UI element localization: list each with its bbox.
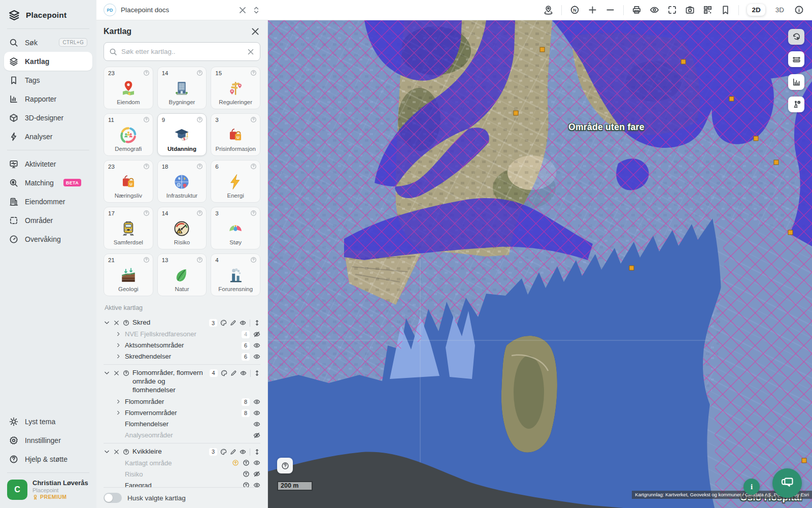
map-help-button[interactable] [277,458,293,473]
upload-circle-icon[interactable] [232,459,239,466]
sidebar-item-matching[interactable]: MatchingBETA [4,173,92,192]
sidebar-item-analyser[interactable]: Analyser [4,127,92,146]
camera-icon[interactable] [685,5,695,15]
help-circle-icon[interactable] [143,70,150,76]
bookmark-icon[interactable] [721,5,730,15]
map-tool-rotate-cursor[interactable] [788,29,804,45]
sidebar-item-eiendommer[interactable]: Eiendommer [4,192,92,211]
help-circle-icon[interactable] [123,370,129,376]
layer-sub-item[interactable]: Flomhendelser [104,419,260,430]
sidebar-item-rapporter[interactable]: Rapporter [4,89,92,108]
tab-close-icon[interactable] [238,6,247,15]
chevron-down-icon[interactable] [104,370,110,376]
help-circle-icon[interactable] [123,320,129,326]
category-card-bygninger[interactable]: 14Bygninger [157,67,207,109]
help-circle-icon[interactable] [143,210,150,216]
help-circle-icon[interactable] [250,70,257,76]
help-circle-icon[interactable] [196,116,203,123]
sidebar-item-aktiviteter[interactable]: Aktiviteter [4,154,92,173]
eye-off-icon[interactable] [253,470,260,478]
remove-layer-icon[interactable] [113,449,120,455]
sidebar-item-lyst-tema[interactable]: Lyst tema [4,412,92,431]
sidebar-item-overvaking[interactable]: Overvåking [4,230,92,248]
label-toggle-icon[interactable] [243,470,250,478]
eye-off-icon[interactable] [253,331,260,338]
remember-layers-toggle[interactable] [104,493,122,503]
layer-search-input[interactable] [121,48,243,55]
sidebar-item-innstillinger[interactable]: Innstillinger [4,431,92,450]
category-card-prisinformasjon[interactable]: 3UPrisinformasjon [211,113,260,156]
sidebar-item-kartlag[interactable]: Kartlag [4,52,92,71]
category-card-risiko[interactable]: 14Risiko [157,207,207,249]
view-3d-button[interactable]: 3D [773,4,786,16]
reorder-icon[interactable] [254,449,260,455]
map-tool-chart2[interactable] [788,74,804,90]
help-circle-icon[interactable] [123,449,129,455]
help-circle-icon[interactable] [250,210,257,216]
eye-icon[interactable] [240,370,247,376]
layer-sub-item[interactable]: Risiko [104,468,260,480]
chevron-right-icon[interactable] [116,331,121,337]
layer-sub-item[interactable]: Kartlagt område [104,457,260,468]
eye-icon[interactable] [253,342,260,349]
map-tool-measure[interactable] [788,51,804,67]
avatar[interactable]: C [7,480,27,500]
eye-icon[interactable] [240,449,246,455]
qr-icon[interactable] [703,5,713,15]
map-tool-walk-clock[interactable] [788,97,804,112]
view-2d-button[interactable]: 2D [747,4,765,16]
chevron-right-icon[interactable] [116,342,121,348]
category-card-demografi[interactable]: 11Demografi [104,113,153,156]
pencil-icon[interactable] [230,449,236,455]
category-card-eiendom[interactable]: 23Eiendom [104,67,153,109]
document-tab[interactable]: PD Placepoint docs [96,0,268,20]
sidebar-item-sok[interactable]: SøkCTRL+G [4,33,92,52]
fullscreen-icon[interactable] [667,5,677,15]
tab-collapse-icon[interactable] [252,6,261,15]
eye-icon[interactable] [253,409,260,417]
category-card-forurensning[interactable]: 4Forurensning [211,253,260,296]
info-icon[interactable] [794,5,804,15]
sidebar-item-hjelp-stotte[interactable]: Hjelp & støtte [4,450,92,468]
print-icon[interactable] [632,5,641,15]
help-circle-icon[interactable] [250,257,257,263]
chevron-down-icon[interactable] [104,449,110,455]
remove-layer-icon[interactable] [113,320,120,326]
user-profile[interactable]: C Christian Løverås Placepoint PREMIUM [0,473,96,508]
reorder-icon[interactable] [254,370,260,376]
help-circle-icon[interactable] [196,257,203,263]
category-card-st-y[interactable]: 3Støy [211,207,260,249]
panel-close-icon[interactable] [250,26,260,37]
help-circle-icon[interactable] [250,116,257,123]
layer-sub-item[interactable]: Skredhendelser6 [104,351,260,362]
category-card-infrastruktur[interactable]: 18Infrastruktur [157,160,207,203]
help-circle-icon[interactable] [250,163,257,170]
chevron-down-icon[interactable] [104,320,110,326]
help-circle-icon[interactable] [196,210,203,216]
sidebar-item-omrader[interactable]: Områder [4,211,92,230]
chevron-right-icon[interactable] [116,399,121,404]
label-toggle-icon[interactable] [243,459,250,466]
share-location-icon[interactable] [544,5,553,15]
eye-off-icon[interactable] [253,432,260,439]
eye-icon[interactable] [253,421,260,428]
layer-sub-item[interactable]: Faregrad [104,480,260,487]
eye-icon[interactable] [650,5,659,15]
pencil-icon[interactable] [230,320,236,326]
help-circle-icon[interactable] [196,163,203,170]
label-toggle-icon[interactable] [243,482,250,487]
help-circle-icon[interactable] [143,257,150,263]
eye-icon[interactable] [240,320,246,326]
category-card-energi[interactable]: 6Energi [211,160,260,203]
help-circle-icon[interactable] [196,70,203,76]
search-clear-icon[interactable] [247,48,255,56]
eye-icon[interactable] [253,353,260,360]
pencil-icon[interactable] [230,370,237,376]
sidebar-item-tags[interactable]: Tags [4,71,92,89]
help-circle-icon[interactable] [143,116,150,123]
info-fab-button[interactable]: i [743,479,760,495]
layer-sub-item[interactable]: NVE Fjellskredfaresoner4 [104,329,260,340]
category-card-utdanning[interactable]: 9Utdanning [157,113,207,156]
category-card-natur[interactable]: 13Natur [157,253,207,296]
palette-icon[interactable] [221,370,227,376]
